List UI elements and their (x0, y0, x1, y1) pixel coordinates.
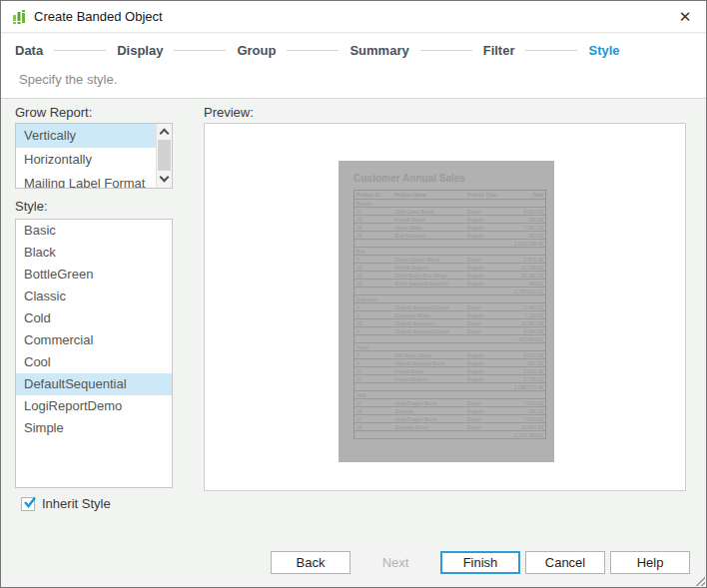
preview-row: 13Small Batch Blue RidgeRegular24,161.76 (354, 272, 545, 280)
preview-row: 26Blue MountainRegular350.60 (354, 232, 545, 240)
preview-row: 7Rift Valley DecafRegular8,542.65 (354, 351, 545, 359)
list-item-basic[interactable]: Basic (16, 220, 172, 242)
list-item-vertically[interactable]: Vertically (16, 124, 172, 148)
preview-row: 21Kenya MediumRegular2,779.20 (354, 375, 545, 383)
preview-row: 5Shade Grown BlendDecaf2,875.36 (354, 256, 545, 264)
help-button[interactable]: Help (610, 551, 690, 574)
preview-row: 24Italian RoastRegular7,267.20 (354, 224, 545, 232)
preview-row: 13Brazil Ipanema BourbonRegular384.61 (354, 280, 545, 288)
resize-grip[interactable] (692, 573, 705, 586)
step-style[interactable]: Style (588, 43, 619, 58)
step-display[interactable]: Display (117, 43, 163, 58)
inherit-style-checkbox[interactable] (21, 497, 35, 511)
back-button[interactable]: Back (271, 551, 351, 574)
preview-row: 4Organic Espresso DecafDecaf3,482.52 (354, 303, 545, 311)
preview-row: Brio (354, 248, 545, 256)
next-button[interactable]: Next (355, 551, 435, 574)
inherit-style-row: Inherit Style (21, 496, 111, 511)
preview-row: 18Sumatra DecafDecaf12,894.24 (354, 423, 545, 431)
step-filter[interactable]: Filter (483, 43, 515, 58)
list-item-cool[interactable]: Cool (16, 351, 172, 373)
preview-row: 4Organic Espresso DecafDecaf6,594.96 (354, 327, 545, 335)
scroll-thumb[interactable] (158, 140, 171, 171)
style-label: Style: (15, 199, 48, 214)
grow-report-scrollbar[interactable] (156, 124, 172, 188)
wizard-header: Data Display Group Summary Filter Style … (1, 34, 706, 99)
step-data[interactable]: Data (15, 43, 43, 58)
scroll-down-icon[interactable] (157, 172, 172, 187)
list-item-classic[interactable]: Classic (16, 286, 172, 307)
step-connector (420, 50, 472, 51)
inherit-style-label: Inherit Style (42, 496, 111, 511)
preview-row: 17Java Dragon BlendDecaf7,815.60 (354, 415, 545, 423)
grow-report-label: Grow Report: (15, 105, 92, 120)
step-summary[interactable]: Summary (350, 43, 408, 58)
list-item-bottlegreen[interactable]: BottleGreen (16, 264, 172, 286)
preview-panel: Customer Annual Sales Product IDProduct … (204, 123, 686, 491)
list-item-logireportdemo[interactable]: LogiReportDemo (16, 395, 172, 417)
preview-row: 10Mocha OrganicRegular21,036.80 (354, 264, 545, 272)
titlebar: Create Banded Object ✕ (1, 1, 706, 33)
preview-row: Espresso (354, 295, 545, 303)
step-group[interactable]: Group (237, 43, 276, 58)
preview-row: 23French RoastRegular325.96 (354, 216, 545, 224)
list-item-cold[interactable]: Cold (16, 307, 172, 329)
preview-row: 1,020,068.42 (354, 240, 545, 248)
preview-row: Product IDProduct NameProduct TypeTotal (354, 191, 545, 200)
preview-row: 17Java Dragon BlendDecaf7,815.60 (354, 399, 545, 407)
report-title: Customer Annual Sales (354, 173, 465, 184)
style-list[interactable]: BasicBlackBottleGreenClassicColdCommerci… (15, 219, 173, 488)
list-item-horizontally[interactable]: Horizontally (16, 148, 172, 172)
step-connector (287, 50, 339, 51)
list-item-black[interactable]: Black (16, 242, 172, 264)
preview-label: Preview: (204, 105, 254, 120)
preview-row: 21Kenya RoastRegular5,603.36 (354, 367, 545, 375)
wizard-steps: Data Display Group Summary Filter Style (1, 34, 706, 58)
dialog-body: Grow Report: VerticallyHorizontallyMaili… (1, 99, 706, 587)
list-item-mailing-label-format[interactable]: Mailing Label Format (16, 172, 172, 189)
list-item-defaultsequential[interactable]: DefaultSequential (16, 373, 172, 395)
step-connector (525, 50, 577, 51)
scroll-up-icon[interactable] (157, 125, 172, 140)
list-item-simple[interactable]: Simple (16, 417, 172, 439)
preview-row: 22Organic EspressoDecaf10,967.99 (354, 319, 545, 327)
cancel-button[interactable]: Cancel (525, 551, 605, 574)
preview-row: 1,789,042.91 (354, 288, 545, 295)
close-icon[interactable]: ✕ (672, 5, 698, 29)
preview-row: 1Espresso RoastRegular7,110.55 (354, 311, 545, 319)
preview-row: 21Gold Coast BlendDecaf9,052.60 (354, 208, 545, 216)
preview-row: Mild (354, 391, 545, 399)
list-item-commercial[interactable]: Commercial (16, 329, 172, 351)
app-icon (11, 9, 27, 25)
preview-row: Blends (354, 200, 545, 208)
preview-row: 18SumatraRegular266.20 (354, 407, 545, 415)
preview-row: 1,098,073.46 (354, 383, 545, 391)
grow-report-list[interactable]: VerticallyHorizontallyMailing Label Form… (15, 123, 173, 189)
step-connector (54, 50, 106, 51)
window-title: Create Banded Object (34, 9, 163, 24)
step-connector (174, 50, 226, 51)
preview-row: Kona (354, 343, 545, 351)
preview-row: 400,654.61 (354, 335, 545, 343)
preview-table: Product IDProduct NameProduct TypeTotalB… (354, 190, 546, 439)
finish-button[interactable]: Finish (440, 551, 520, 574)
report-thumbnail: Customer Annual Sales Product IDProduct … (339, 161, 554, 462)
create-banded-object-dialog: Create Banded Object ✕ Data Display Grou… (0, 0, 707, 588)
preview-row: 2,324,269.61 (354, 431, 545, 439)
wizard-subtitle: Specify the style. (19, 72, 706, 87)
preview-row: 6Natural Sumatra BlendRegular697.62 (354, 359, 545, 367)
